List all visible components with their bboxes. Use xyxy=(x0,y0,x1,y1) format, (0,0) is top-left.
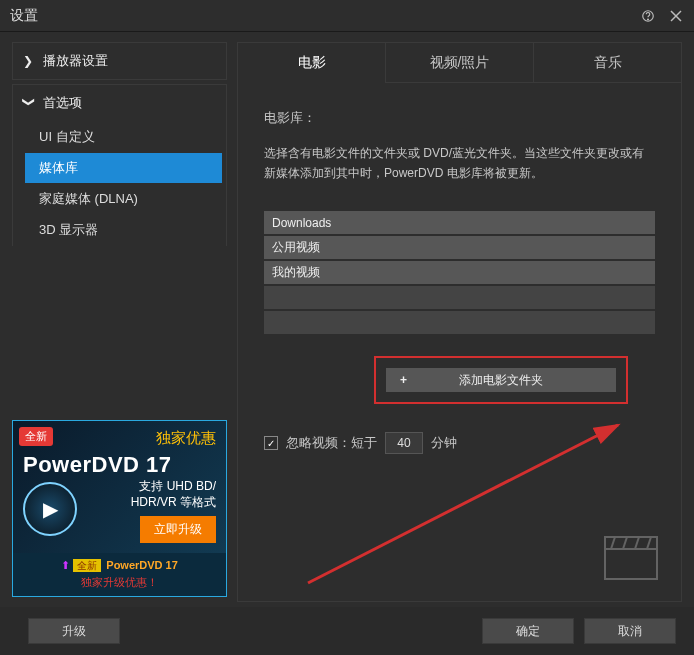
close-icon[interactable] xyxy=(668,8,684,24)
sidebar-section-prefs[interactable]: ❯ 首选项 xyxy=(13,85,226,121)
tab-movies[interactable]: 电影 xyxy=(238,43,386,83)
sidebar-item-3d[interactable]: 3D 显示器 xyxy=(25,215,222,245)
ignore-label: 忽略视频：短于 xyxy=(286,434,377,452)
svg-line-7 xyxy=(623,537,627,549)
add-folder-highlight: + 添加电影文件夹 xyxy=(374,356,628,404)
sidebar-item-media-library[interactable]: 媒体库 xyxy=(25,153,222,183)
sidebar-item-ui[interactable]: UI 自定义 xyxy=(25,122,222,152)
up-arrow-icon: ⬆ xyxy=(61,559,70,571)
ignore-unit: 分钟 xyxy=(431,434,457,452)
promo-brand: PowerDVD 17 xyxy=(23,452,216,478)
chevron-right-icon: ❯ xyxy=(23,54,35,68)
svg-line-9 xyxy=(647,537,651,549)
chevron-down-icon: ❯ xyxy=(22,97,36,109)
folder-row[interactable]: Downloads xyxy=(264,211,655,234)
main-panel: 电影 视频/照片 音乐 电影库： 选择含有电影文件的文件夹或 DVD/蓝光文件夹… xyxy=(237,42,682,602)
promo-title: 独家优惠 xyxy=(63,429,216,448)
sidebar-item-dlna[interactable]: 家庭媒体 (DLNA) xyxy=(25,184,222,214)
help-icon[interactable] xyxy=(640,8,656,24)
cancel-button[interactable]: 取消 xyxy=(584,618,676,644)
promo-badge: 全新 xyxy=(19,427,53,446)
ok-button[interactable]: 确定 xyxy=(482,618,574,644)
section-description: 选择含有电影文件的文件夹或 DVD/蓝光文件夹。当这些文件夹更改或有新媒体添加到… xyxy=(264,143,644,183)
promo-bottom-line1: ⬆ 全新 PowerDVD 17 xyxy=(13,559,226,573)
svg-rect-4 xyxy=(605,549,657,579)
play-icon: ▶ xyxy=(23,482,77,536)
tab-video-photo[interactable]: 视频/照片 xyxy=(386,43,534,83)
folder-row[interactable]: 公用视频 xyxy=(264,236,655,259)
upgrade-button[interactable]: 升级 xyxy=(28,618,120,644)
add-folder-button[interactable]: + 添加电影文件夹 xyxy=(386,368,616,392)
folder-row[interactable]: 我的视频 xyxy=(264,261,655,284)
section-heading: 电影库： xyxy=(264,109,655,127)
svg-line-8 xyxy=(635,537,639,549)
plus-icon: + xyxy=(400,373,407,387)
folder-row-empty xyxy=(264,311,655,334)
promo-upgrade-button[interactable]: 立即升级 xyxy=(140,516,216,543)
promo-bottom-line2: 独家升级优惠！ xyxy=(13,575,226,590)
ignore-minutes-input[interactable] xyxy=(385,432,423,454)
clapperboard-icon xyxy=(601,531,661,583)
folder-row-empty xyxy=(264,286,655,309)
folder-list: Downloads 公用视频 我的视频 xyxy=(264,211,655,334)
sidebar-section-player[interactable]: ❯ 播放器设置 xyxy=(13,43,226,79)
tab-music[interactable]: 音乐 xyxy=(534,43,681,83)
promo-banner[interactable]: 全新 独家优惠 PowerDVD 17 ▶ 支持 UHD BD/ HDR/VR … xyxy=(12,420,227,597)
sidebar-section-label: 首选项 xyxy=(43,94,82,112)
dialog-title: 设置 xyxy=(10,7,628,25)
ignore-checkbox[interactable]: ✓ xyxy=(264,436,278,450)
svg-line-6 xyxy=(611,537,615,549)
sidebar-section-label: 播放器设置 xyxy=(43,52,108,70)
sidebar: ❯ 播放器设置 ❯ 首选项 UI 自定义 媒体库 家庭媒体 (DLNA) 3D … xyxy=(12,42,227,602)
svg-point-1 xyxy=(648,19,649,20)
